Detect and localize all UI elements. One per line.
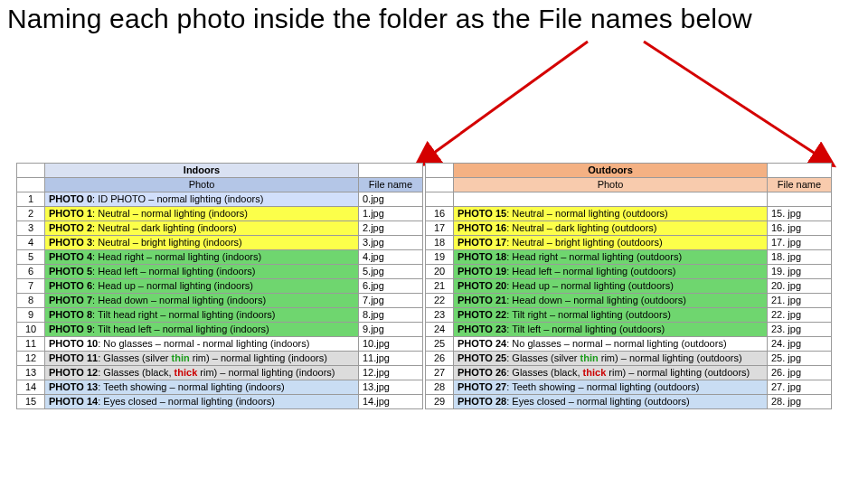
file-name: 15. jpg — [768, 207, 832, 221]
row-index: 20 — [426, 265, 454, 279]
table-row: 16PHOTO 15: Neutral – normal lighting (o… — [426, 207, 832, 221]
photo-desc: PHOTO 23: Tilt left – normal lighting (o… — [454, 323, 768, 337]
row-index: 7 — [17, 279, 45, 294]
file-name: 1.jpg — [359, 207, 423, 221]
file-name: 26. jpg — [768, 366, 832, 380]
row-index: 5 — [17, 250, 45, 265]
photo-desc: PHOTO 5: Head left – normal lighting (in… — [45, 265, 359, 279]
photo-desc: PHOTO 3: Neutral – bright lighting (indo… — [45, 236, 359, 250]
file-name: 11.jpg — [359, 352, 423, 366]
row-index: 2 — [17, 207, 45, 221]
row-index: 29 — [426, 395, 454, 409]
blank-cell — [359, 164, 423, 178]
row-index: 6 — [17, 265, 45, 279]
title-after: below — [681, 4, 752, 33]
file-name: 19. jpg — [768, 265, 832, 279]
file-name: 2.jpg — [359, 221, 423, 236]
table-row: 22PHOTO 21: Head down – normal lighting … — [426, 294, 832, 308]
page-title: Naming each photo inside the folder as t… — [7, 4, 752, 34]
file-name: 8.jpg — [359, 308, 423, 323]
row-index: 11 — [17, 337, 45, 352]
blank-cell — [17, 178, 45, 192]
table-row: 21PHOTO 20: Head up – normal lighting (o… — [426, 279, 832, 294]
table-outdoors: OutdoorsPhotoFile name16PHOTO 15: Neutra… — [425, 163, 832, 409]
file-name: 4.jpg — [359, 250, 423, 265]
file-name: 10.jpg — [359, 337, 423, 352]
table-row: 2PHOTO 1: Neutral – normal lighting (ind… — [17, 207, 423, 221]
photo-desc: PHOTO 7: Head down – normal lighting (in… — [45, 294, 359, 308]
row-index: 8 — [17, 294, 45, 308]
tables-wrap: IndoorsPhotoFile name1PHOTO 0: ID PHOTO … — [16, 163, 852, 409]
file-name: 25. jpg — [768, 352, 832, 366]
col-header-photo: Photo — [45, 178, 359, 192]
file-name: 17. jpg — [768, 236, 832, 250]
table-row: 20PHOTO 19: Head left – normal lighting … — [426, 265, 832, 279]
photo-desc: PHOTO 26: Glasses (black, thick rim) – n… — [454, 366, 768, 380]
table-row: 19PHOTO 18: Head right – normal lighting… — [426, 250, 832, 265]
file-name: 28. jpg — [768, 395, 832, 409]
file-name: 20. jpg — [768, 279, 832, 294]
row-index: 15 — [17, 395, 45, 409]
row-index: 21 — [426, 279, 454, 294]
photo-desc: PHOTO 20: Head up – normal lighting (out… — [454, 279, 768, 294]
file-name: 9.jpg — [359, 323, 423, 337]
photo-desc: PHOTO 6: Head up – normal lighting (indo… — [45, 279, 359, 294]
photo-desc: PHOTO 14: Eyes closed – normal lighting … — [45, 395, 359, 409]
table-row: 27PHOTO 26: Glasses (black, thick rim) –… — [426, 366, 832, 380]
table-row: 29PHOTO 28: Eyes closed – normal lightin… — [426, 395, 832, 409]
row-index: 22 — [426, 294, 454, 308]
row-index: 27 — [426, 366, 454, 380]
photo-desc: PHOTO 24: No glasses – normal – normal l… — [454, 337, 768, 352]
row-index: 18 — [426, 236, 454, 250]
row-index: 9 — [17, 308, 45, 323]
photo-desc: PHOTO 22: Tilt right – normal lighting (… — [454, 308, 768, 323]
file-name: 27. jpg — [768, 380, 832, 395]
row-index: 13 — [17, 366, 45, 380]
row-index: 19 — [426, 250, 454, 265]
title-filenames: File names — [538, 4, 673, 33]
photo-desc: PHOTO 17: Neutral – bright lighting (out… — [454, 236, 768, 250]
photo-desc: PHOTO 21: Head down – normal lighting (o… — [454, 294, 768, 308]
photo-desc: PHOTO 11: Glasses (silver thin rim) – no… — [45, 352, 359, 366]
photo-desc: PHOTO 2: Neutral – dark lighting (indoor… — [45, 221, 359, 236]
photo-desc: PHOTO 0: ID PHOTO – normal lighting (ind… — [45, 192, 359, 207]
photo-desc: PHOTO 19: Head left – normal lighting (o… — [454, 265, 768, 279]
row-index: 16 — [426, 207, 454, 221]
col-header-file: File name — [768, 178, 832, 192]
table-row: 17PHOTO 16: Neutral – dark lighting (out… — [426, 221, 832, 236]
blank-cell — [17, 164, 45, 178]
row-index: 26 — [426, 352, 454, 366]
table-row: 13PHOTO 12: Glasses (black, thick rim) –… — [17, 366, 423, 380]
row-index: 25 — [426, 337, 454, 352]
table-row: 23PHOTO 22: Tilt right – normal lighting… — [426, 308, 832, 323]
row-index: 23 — [426, 308, 454, 323]
photo-desc: PHOTO 4: Head right – normal lighting (i… — [45, 250, 359, 265]
blank-cell — [426, 192, 454, 207]
arrow-left — [418, 42, 588, 164]
file-name: 24. jpg — [768, 337, 832, 352]
photo-desc: PHOTO 18: Head right – normal lighting (… — [454, 250, 768, 265]
table-row: 9PHOTO 8: Tilt head right – normal light… — [17, 308, 423, 323]
table-row: 26PHOTO 25: Glasses (silver thin rim) – … — [426, 352, 832, 366]
blank-cell — [768, 164, 832, 178]
table-row: 6PHOTO 5: Head left – normal lighting (i… — [17, 265, 423, 279]
col-header-photo: Photo — [454, 178, 768, 192]
section-header: Indoors — [45, 164, 359, 178]
photo-desc: PHOTO 28: Eyes closed – normal lighting … — [454, 395, 768, 409]
table-row: 12PHOTO 11: Glasses (silver thin rim) – … — [17, 352, 423, 366]
blank-cell — [426, 178, 454, 192]
table-row: 14PHOTO 13: Teeth showing – normal light… — [17, 380, 423, 395]
file-name: 7.jpg — [359, 294, 423, 308]
title-text: Naming each photo inside the folder as t… — [7, 4, 538, 33]
table-row: 10PHOTO 9: Tilt head left – normal light… — [17, 323, 423, 337]
file-name: 23. jpg — [768, 323, 832, 337]
table-indoors: IndoorsPhotoFile name1PHOTO 0: ID PHOTO … — [16, 163, 423, 409]
photo-desc: PHOTO 16: Neutral – dark lighting (outdo… — [454, 221, 768, 236]
file-name: 5.jpg — [359, 265, 423, 279]
row-index: 28 — [426, 380, 454, 395]
file-name: 18. jpg — [768, 250, 832, 265]
table-row: 7PHOTO 6: Head up – normal lighting (ind… — [17, 279, 423, 294]
row-index: 1 — [17, 192, 45, 207]
file-name: 14.jpg — [359, 395, 423, 409]
row-index: 3 — [17, 221, 45, 236]
